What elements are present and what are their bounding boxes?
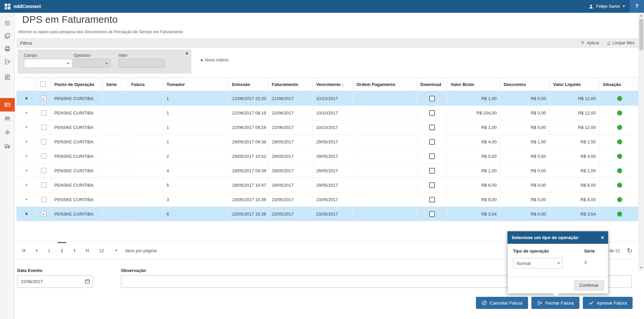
col-serie[interactable]: Série	[103, 78, 128, 91]
download-checkbox[interactable]	[429, 139, 435, 145]
table-row[interactable]: +PENSKE CURITIBA122/06/2017 08:1922/06/2…	[16, 120, 640, 135]
expand-row-icon[interactable]: +	[25, 168, 28, 173]
sidebar-item-delivery[interactable]	[0, 140, 15, 152]
col-ponto-de-operacao[interactable]: Ponto de Operação	[51, 78, 103, 91]
fechar-fatura-button[interactable]: Fechar Fatura	[531, 297, 579, 309]
download-checkbox[interactable]	[429, 168, 435, 174]
col-vencimento[interactable]: Vencimento↓	[313, 78, 353, 91]
download-checkbox[interactable]	[429, 182, 435, 188]
col-valor-liquido[interactable]: Valor Líquido	[550, 78, 599, 91]
next-page-button[interactable]	[70, 242, 79, 259]
popup-close-icon[interactable]: ×	[601, 235, 604, 241]
table-row[interactable]: +PENSKE CURITIBA122/06/2017 08:1922/06/2…	[16, 106, 640, 120]
help-button[interactable]: ?	[630, 0, 644, 13]
prev-page-button[interactable]	[32, 242, 41, 259]
cell-faturamento: 29/05/2017	[268, 135, 313, 149]
remove-criteria-icon[interactable]: ×	[186, 51, 188, 56]
confirmar-button[interactable]: Confirmar	[574, 280, 604, 290]
expand-row-icon[interactable]: +	[25, 110, 28, 116]
campo-select[interactable]	[24, 59, 72, 68]
cell-ponto: PENSKE CURITIBA	[51, 135, 103, 149]
clear-filter-button[interactable]: Limpar filtro	[606, 41, 635, 45]
expand-row-icon[interactable]: +	[25, 153, 28, 159]
table-row[interactable]: +PENSKE CURITIBA529/05/2017 10:4729/05/2…	[16, 178, 640, 192]
tipo-operacao-select[interactable]: Normal	[513, 258, 563, 269]
aprovar-fatura-button[interactable]: Aprovar Fatura	[583, 297, 633, 309]
download-checkbox[interactable]	[429, 211, 435, 217]
row-checkbox[interactable]	[41, 153, 46, 159]
col-download[interactable]: Download	[417, 78, 447, 91]
table-row[interactable]: +PENSKE CURITIBA229/05/2017 10:5229/05/2…	[16, 149, 640, 164]
select-all-checkbox[interactable]	[40, 82, 46, 87]
user-menu[interactable]: Felipe Sartor	[584, 0, 630, 13]
cell-serie	[103, 207, 128, 221]
valor-label: Valor	[118, 53, 127, 58]
col-emissao[interactable]: Emissão	[229, 78, 268, 91]
col-situacao[interactable]: Situação	[599, 78, 640, 91]
data-evento-input[interactable]	[17, 275, 93, 288]
status-ok-dot	[617, 96, 622, 101]
scroll-down-arrow[interactable]	[639, 265, 644, 271]
valor-input[interactable]	[118, 59, 165, 68]
vertical-scrollbar[interactable]	[638, 13, 644, 271]
cell-valor-bruto: R$ 1,00	[447, 164, 500, 178]
download-checkbox[interactable]	[429, 153, 435, 159]
sidebar-item-invoice[interactable]	[0, 71, 15, 84]
row-checkbox[interactable]	[41, 125, 46, 130]
scroll-up-arrow[interactable]	[639, 13, 644, 18]
row-checkbox[interactable]	[41, 182, 46, 188]
last-page-button[interactable]	[83, 242, 92, 259]
sidebar-item-documents[interactable]	[0, 30, 15, 42]
operador-select[interactable]	[74, 59, 111, 68]
cell-valor-liquido: R$ 1,00	[550, 164, 599, 178]
scrollbar-thumb[interactable]	[639, 19, 643, 50]
expand-row-icon[interactable]: +	[25, 124, 28, 130]
col-tomador[interactable]: Tomador	[163, 78, 229, 91]
calendar-icon[interactable]	[84, 278, 90, 284]
expand-row-icon[interactable]: +	[25, 196, 28, 202]
row-checkbox[interactable]: ✓	[41, 211, 46, 217]
first-page-button[interactable]	[19, 242, 28, 259]
download-checkbox[interactable]	[429, 125, 435, 130]
download-checkbox[interactable]	[429, 197, 435, 202]
table-row[interactable]: +✓PENSKE CURITIBA121/06/2017 22:2021/06/…	[16, 91, 640, 106]
table-row[interactable]: +✓PENSKE CURITIBA623/05/2017 15:3923/05/…	[16, 207, 640, 221]
col-valor-bruto[interactable]: Valor Bruto	[447, 78, 500, 91]
refresh-icon[interactable]: ↻	[627, 247, 632, 255]
download-checkbox[interactable]	[429, 96, 435, 101]
pager-page[interactable]: 2	[57, 242, 66, 259]
sidebar-item-faturamento[interactable]	[0, 98, 15, 111]
sidebar-item-print[interactable]	[0, 42, 15, 55]
table-row[interactable]: +PENSKE CURITIBA129/05/2017 09:3829/05/2…	[16, 135, 640, 149]
expand-row-icon[interactable]: +	[25, 139, 28, 144]
row-checkbox[interactable]	[41, 197, 46, 202]
pager-page[interactable]: 1	[45, 242, 53, 259]
col-fatura[interactable]: Fatura	[128, 78, 163, 91]
col-ordem-pagamento[interactable]: Ordem Pagamento	[353, 78, 417, 91]
cancelar-fatura-label: Cancelar Fatura	[490, 301, 522, 306]
sidebar-item-settings[interactable]	[0, 126, 15, 139]
sidebar-item-users[interactable]	[0, 112, 15, 125]
row-checkbox[interactable]	[41, 110, 46, 116]
row-checkbox[interactable]	[41, 168, 46, 173]
col-descontos[interactable]: Descontos	[500, 78, 550, 91]
apply-filter-button[interactable]: Aplicar	[580, 41, 599, 45]
cell-descontos: R$ 0,50	[500, 149, 550, 164]
cancelar-fatura-button[interactable]: Cancelar Fatura	[476, 297, 528, 309]
cell-faturamento: 29/05/2017	[268, 178, 313, 192]
table-row[interactable]: +PENSKE CURITIBA323/05/2017 15:3923/05/2…	[16, 192, 640, 207]
expand-row-icon[interactable]: +	[25, 211, 28, 217]
cell-ponto: PENSKE CURITIBA	[51, 164, 103, 178]
menu-icon[interactable]	[0, 17, 15, 30]
new-criteria-button[interactable]: + Novo critério	[200, 57, 229, 63]
table-row[interactable]: +PENSKE CURITIBA429/05/2017 09:3929/05/2…	[16, 164, 640, 178]
expand-row-icon[interactable]: +	[25, 95, 28, 101]
row-checkbox[interactable]: ✓	[41, 96, 46, 101]
row-checkbox[interactable]	[41, 139, 46, 144]
col-faturamento[interactable]: Faturamento	[268, 78, 313, 91]
sidebar-item-export[interactable]	[0, 55, 15, 68]
download-checkbox[interactable]	[429, 110, 435, 116]
cell-vencimento: 29/05/2017	[313, 178, 353, 192]
expand-row-icon[interactable]: +	[25, 182, 28, 188]
page-size-select[interactable]: 12	[99, 242, 120, 259]
